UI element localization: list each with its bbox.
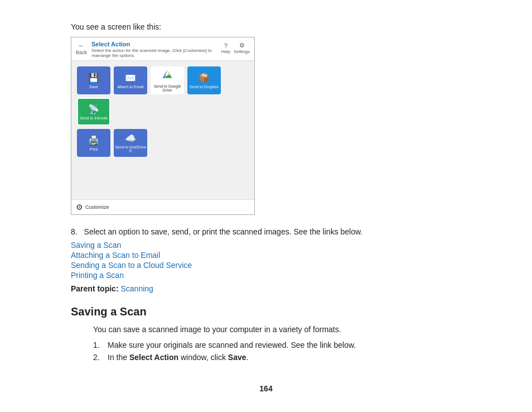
action-buttons-row1: 💾 Save ✉️ Attach to Email Send <box>77 66 249 126</box>
printing-scan-link[interactable]: Printing a Scan <box>71 271 461 280</box>
onedrive-btn-label: Send to OneDrive ® <box>114 145 147 153</box>
step1-num: 1. <box>93 341 103 349</box>
step1: 1. Make sure your originals are scanned … <box>93 341 461 349</box>
step8-text: 8. Select an option to save, send, or pr… <box>71 227 461 236</box>
iremote-icon: 📡 <box>88 104 99 114</box>
save-btn-label: Save <box>89 85 98 89</box>
back-button[interactable]: ← Back <box>76 42 87 55</box>
customize-label[interactable]: Customize <box>85 204 109 210</box>
google-drive-btn[interactable]: Send to Google Drive <box>151 66 184 94</box>
section-heading: Saving a Scan <box>71 305 461 318</box>
email-icon: ✉️ <box>125 73 136 83</box>
screenshot-subtitle: Select the action for the scanned image.… <box>91 48 217 58</box>
print-icon: 🖨️ <box>88 135 99 146</box>
iremote-btn[interactable]: 📡 Send to Iremote <box>77 98 110 126</box>
settings-icon[interactable]: ⚙ <box>239 42 245 49</box>
back-label: Back <box>76 50 87 55</box>
links-list: Saving a Scan Attaching a Scan to Email … <box>71 241 461 280</box>
step2-text: In the Select Action window, click Save. <box>108 353 248 362</box>
dropbox-btn[interactable]: 📦 Send to Dropbox <box>187 66 221 94</box>
step8-number: 8. <box>71 227 78 236</box>
print-btn-label: Print <box>90 147 98 151</box>
screenshot-title: Select Action <box>91 41 217 47</box>
attach-email-btn[interactable]: ✉️ Attach to Email <box>114 66 147 94</box>
attaching-scan-link[interactable]: Attaching a Scan to Email <box>71 251 461 260</box>
help-label: Help <box>221 49 230 54</box>
saving-scan-link[interactable]: Saving a Scan <box>71 241 461 250</box>
page-number: 164 <box>71 384 461 393</box>
parent-topic-link[interactable]: Scanning <box>120 284 153 293</box>
steps-list: 1. Make sure your originals are scanned … <box>93 341 461 362</box>
cloud-service-link[interactable]: Sending a Scan to a Cloud Service <box>71 261 461 270</box>
step8-content: Select an option to save, send, or print… <box>84 227 363 236</box>
settings-label: Settings <box>234 49 250 54</box>
customize-icon: ⚙ <box>76 203 83 212</box>
action-buttons-row2: 🖨️ Print ☁️ Send to OneDrive ® <box>77 129 249 157</box>
gdrive-btn-label: Send to Google Drive <box>151 84 184 92</box>
step1-text: Make sure your originals are scanned and… <box>108 341 356 349</box>
google-drive-icon <box>162 69 173 83</box>
screenshot-image: ← Back Select Action Select the action f… <box>71 37 255 215</box>
intro-text: You see a screen like this: <box>71 22 461 31</box>
dropbox-icon: 📦 <box>199 73 210 83</box>
attach-btn-label: Attach to Email <box>117 85 143 89</box>
parent-topic: Parent topic: Scanning <box>71 284 461 293</box>
onedrive-icon: ☁️ <box>125 133 136 143</box>
select-action-bold: Select Action <box>129 353 178 362</box>
section-intro: You can save a scanned image to your com… <box>93 325 461 334</box>
onedrive-btn[interactable]: ☁️ Send to OneDrive ® <box>114 129 147 157</box>
save-bold: Save <box>228 353 246 362</box>
print-btn[interactable]: 🖨️ Print <box>77 129 110 157</box>
help-icon[interactable]: ? <box>224 42 228 49</box>
save-icon: 💾 <box>88 73 99 83</box>
save-action-btn[interactable]: 💾 Save <box>77 66 110 94</box>
step2-num: 2. <box>93 353 103 362</box>
step2: 2. In the Select Action window, click Sa… <box>93 353 461 362</box>
dropbox-btn-label: Send to Dropbox <box>190 85 219 89</box>
iremote-btn-label: Send to Iremote <box>80 116 108 120</box>
parent-topic-label: Parent topic: <box>71 284 119 293</box>
